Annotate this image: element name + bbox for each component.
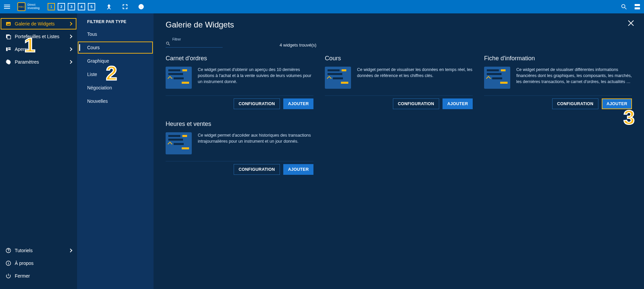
topbar: RBC DirectInvesting 1 2 3 4 5 xyxy=(0,0,644,13)
card-title: Cours xyxy=(325,55,473,62)
card-description: Ce widget permet d'obtenir un aperçu des… xyxy=(198,67,313,89)
svg-rect-10 xyxy=(8,48,11,49)
sidebar-item-label: Galerie de Widgets xyxy=(15,21,66,26)
sidebar-item-label: Aperçus xyxy=(15,47,66,52)
filter-heading: FILTRER PAR TYPE xyxy=(77,19,154,27)
fullscreen-icon[interactable] xyxy=(122,4,128,10)
svg-point-14 xyxy=(8,251,9,252)
sidebar: Galerie de Widgets Portefeuilles et List… xyxy=(0,13,77,289)
svg-rect-5 xyxy=(6,22,11,26)
svg-rect-9 xyxy=(6,48,8,51)
close-icon[interactable] xyxy=(627,19,635,27)
brand-text: DirectInvesting xyxy=(27,3,40,10)
result-count: 4 widgets trouvé(s) xyxy=(280,43,316,48)
power-icon xyxy=(5,273,11,279)
card-description: Ce widget permet de visualiser différent… xyxy=(516,67,632,89)
info-icon[interactable] xyxy=(138,4,144,10)
add-button[interactable]: AJOUTER xyxy=(283,98,313,109)
card-title: Fiche d'information xyxy=(484,55,632,62)
filter-item-all[interactable]: Tous xyxy=(77,27,154,41)
sidebar-item-label: À propos xyxy=(15,261,72,266)
main-panel: Galerie de Widgets Filtrer 4 widgets tro… xyxy=(154,13,644,289)
search-input[interactable] xyxy=(172,41,219,47)
svg-line-4 xyxy=(625,8,627,9)
chevron-right-icon xyxy=(68,248,72,252)
filter-column: FILTRER PAR TYPE Tous Cours Graphique Li… xyxy=(77,13,154,289)
widget-card-quotes: Cours Ce widget permet de visualiser les… xyxy=(325,55,473,109)
panel-icon[interactable] xyxy=(635,4,640,9)
filter-search[interactable]: Filtrer xyxy=(166,38,223,48)
page-title: Galerie de Widgets xyxy=(166,20,632,29)
workspace-group: 1 2 3 4 5 xyxy=(48,3,95,10)
svg-point-18 xyxy=(166,42,169,44)
config-button[interactable]: CONFIGURATION xyxy=(393,98,440,109)
callout-3: 3 xyxy=(624,106,635,129)
chevron-right-icon xyxy=(68,60,72,64)
workspace-1[interactable]: 1 xyxy=(48,3,55,10)
sidebar-item-widget-gallery[interactable]: Galerie de Widgets xyxy=(0,17,77,30)
workspace-2[interactable]: 2 xyxy=(58,3,65,10)
brand-logo[interactable]: RBC DirectInvesting xyxy=(17,2,40,11)
card-description: Ce widget permet d'accéder aux historiqu… xyxy=(198,132,313,154)
widget-card-time-sales: Heures et ventes Ce widget permet d'accé… xyxy=(166,121,313,175)
card-thumbnail xyxy=(484,67,510,89)
sidebar-item-portfolios[interactable]: Portefeuilles et Listes xyxy=(0,30,77,43)
add-button[interactable]: AJOUTER xyxy=(602,98,632,109)
info-outline-icon xyxy=(5,260,11,266)
widget-card-order-book: Carnet d'ordres Ce widget permet d'obten… xyxy=(166,55,313,109)
filter-item-news[interactable]: Nouvelles xyxy=(77,94,154,108)
sidebar-item-label: Tutoriels xyxy=(15,248,66,253)
sidebar-item-about[interactable]: À propos xyxy=(0,257,77,270)
sidebar-item-settings[interactable]: Paramètres xyxy=(0,56,77,68)
card-title: Heures et ventes xyxy=(166,121,313,128)
workspace-4[interactable]: 4 xyxy=(78,3,85,10)
brand-sub: RBC xyxy=(19,5,24,8)
svg-point-3 xyxy=(622,4,625,8)
config-button[interactable]: CONFIGURATION xyxy=(552,98,599,109)
filter-item-quotes[interactable]: Cours xyxy=(77,41,154,54)
svg-rect-8 xyxy=(7,35,11,39)
filter-item-chart[interactable]: Graphique xyxy=(77,54,154,68)
svg-rect-2 xyxy=(141,5,141,6)
svg-rect-1 xyxy=(141,6,141,8)
gallery-icon xyxy=(5,21,11,27)
workspace-3[interactable]: 3 xyxy=(68,3,75,10)
portfolios-icon xyxy=(5,33,11,40)
filter-item-list[interactable]: Liste xyxy=(77,68,154,81)
sidebar-item-label: Fermer xyxy=(15,273,72,279)
sidebar-item-tutorials[interactable]: Tutoriels xyxy=(0,244,77,257)
filter-item-trading[interactable]: Négociation xyxy=(77,81,154,94)
config-button[interactable]: CONFIGURATION xyxy=(234,164,280,175)
svg-rect-17 xyxy=(8,262,9,263)
menu-icon[interactable] xyxy=(4,5,10,9)
merge-icon[interactable] xyxy=(106,4,112,10)
add-button[interactable]: AJOUTER xyxy=(283,164,313,175)
card-description: Ce widget permet de visualiser les donné… xyxy=(357,67,473,89)
overview-icon xyxy=(5,46,11,52)
card-thumbnail xyxy=(325,67,351,89)
gear-icon xyxy=(5,59,11,65)
chevron-right-icon xyxy=(68,22,72,25)
widget-card-factsheet: Fiche d'information Ce widget permet de … xyxy=(484,55,632,109)
card-title: Carnet d'ordres xyxy=(166,55,313,62)
svg-line-19 xyxy=(169,44,170,46)
workspace-5[interactable]: 5 xyxy=(88,3,95,10)
config-button[interactable]: CONFIGURATION xyxy=(234,98,280,109)
chevron-right-icon xyxy=(68,47,72,51)
search-label: Filtrer xyxy=(172,38,219,41)
card-thumbnail xyxy=(166,67,192,89)
search-icon[interactable] xyxy=(621,3,627,10)
card-thumbnail xyxy=(166,132,192,154)
svg-rect-11 xyxy=(8,49,11,50)
sidebar-item-overviews[interactable]: Aperçus xyxy=(0,43,77,56)
chevron-right-icon xyxy=(68,34,72,38)
help-icon xyxy=(5,247,11,254)
svg-rect-16 xyxy=(8,263,9,265)
sidebar-item-label: Paramètres xyxy=(15,59,66,65)
sidebar-item-close[interactable]: Fermer xyxy=(0,270,77,282)
sidebar-item-label: Portefeuilles et Listes xyxy=(15,34,66,39)
add-button[interactable]: AJOUTER xyxy=(443,98,473,109)
search-icon-small xyxy=(166,41,170,46)
